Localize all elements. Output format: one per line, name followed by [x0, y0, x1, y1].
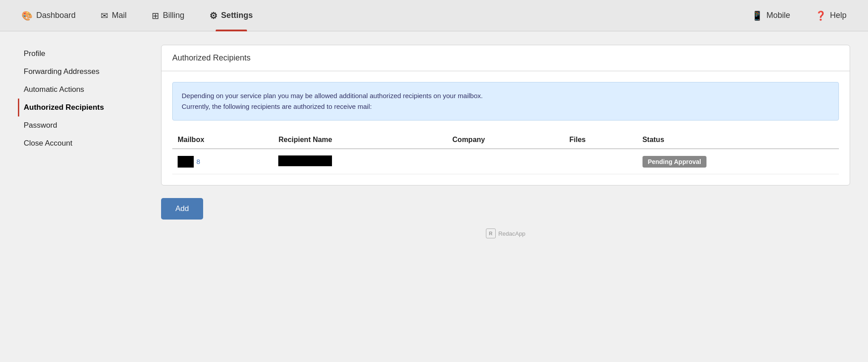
- nav-right: 📱 Mobile ❓ Help: [739, 0, 859, 31]
- mailbox-number: 8: [196, 158, 200, 165]
- sidebar-item-automatic-actions[interactable]: Automatic Actions: [18, 81, 143, 99]
- content-area: Authorized Recipients Depending on your …: [161, 45, 850, 349]
- table-header-row: Mailbox Recipient Name Company Files Sta…: [172, 131, 839, 149]
- nav-mail[interactable]: ✉ Mail: [88, 0, 139, 31]
- watermark: R RedacApp: [161, 228, 850, 238]
- files-cell: [564, 149, 637, 174]
- recipient-name-redacted: [278, 155, 332, 166]
- nav-help-label: Help: [830, 11, 847, 20]
- col-files: Files: [564, 131, 637, 149]
- col-mailbox: Mailbox: [172, 131, 273, 149]
- add-button[interactable]: Add: [161, 198, 203, 220]
- col-status: Status: [637, 131, 839, 149]
- nav-billing[interactable]: ⊞ Billing: [139, 0, 197, 31]
- sidebar-item-forwarding-addresses[interactable]: Forwarding Addresses: [18, 63, 143, 81]
- sidebar-item-password[interactable]: Password: [18, 116, 143, 134]
- card-title: Authorized Recipients: [162, 45, 850, 71]
- info-line2: Currently, the following recipients are …: [182, 103, 372, 110]
- sidebar: Profile Forwarding Addresses Automatic A…: [18, 45, 143, 349]
- company-cell: [447, 149, 564, 174]
- table-row: 8 Pending Approval: [172, 149, 839, 174]
- sidebar-item-authorized-recipients[interactable]: Authorized Recipients: [18, 99, 143, 116]
- info-box: Depending on your service plan you may b…: [172, 82, 839, 121]
- nav-mail-label: Mail: [112, 11, 127, 20]
- settings-icon: ⚙: [209, 10, 217, 21]
- col-recipient-name: Recipient Name: [273, 131, 447, 149]
- nav-mobile-label: Mobile: [766, 11, 790, 20]
- help-icon: ❓: [815, 10, 826, 21]
- nav-billing-label: Billing: [163, 11, 184, 20]
- card-body: Depending on your service plan you may b…: [162, 71, 850, 185]
- mailbox-cell: 8: [172, 149, 273, 174]
- recipients-table: Mailbox Recipient Name Company Files Sta…: [172, 131, 839, 174]
- authorized-recipients-card: Authorized Recipients Depending on your …: [161, 45, 850, 185]
- nav-mobile[interactable]: 📱 Mobile: [739, 0, 803, 31]
- main-layout: Profile Forwarding Addresses Automatic A…: [0, 31, 868, 362]
- mailbox-redacted-image: [178, 156, 194, 168]
- sidebar-item-profile[interactable]: Profile: [18, 45, 143, 63]
- mobile-icon: 📱: [752, 10, 763, 21]
- nav-settings-label: Settings: [221, 11, 253, 20]
- nav-help[interactable]: ❓ Help: [803, 0, 859, 31]
- mail-icon: ✉: [101, 10, 108, 21]
- redacapp-icon: R: [486, 228, 496, 238]
- billing-icon: ⊞: [152, 10, 159, 21]
- nav-items: 🎨 Dashboard ✉ Mail ⊞ Billing ⚙ Settings: [9, 0, 739, 31]
- watermark-label: RedacApp: [498, 230, 526, 237]
- nav-dashboard-label: Dashboard: [36, 11, 76, 20]
- recipient-name-cell: [273, 149, 447, 174]
- status-badge: Pending Approval: [642, 156, 706, 168]
- nav-dashboard[interactable]: 🎨 Dashboard: [9, 0, 88, 31]
- info-line1: Depending on your service plan you may b…: [182, 92, 483, 99]
- mailbox-value: 8: [178, 156, 268, 168]
- sidebar-item-close-account[interactable]: Close Account: [18, 134, 143, 152]
- top-nav: 🎨 Dashboard ✉ Mail ⊞ Billing ⚙ Settings …: [0, 0, 868, 31]
- col-company: Company: [447, 131, 564, 149]
- status-cell: Pending Approval: [637, 149, 839, 174]
- nav-settings[interactable]: ⚙ Settings: [197, 0, 265, 31]
- dashboard-icon: 🎨: [21, 10, 33, 21]
